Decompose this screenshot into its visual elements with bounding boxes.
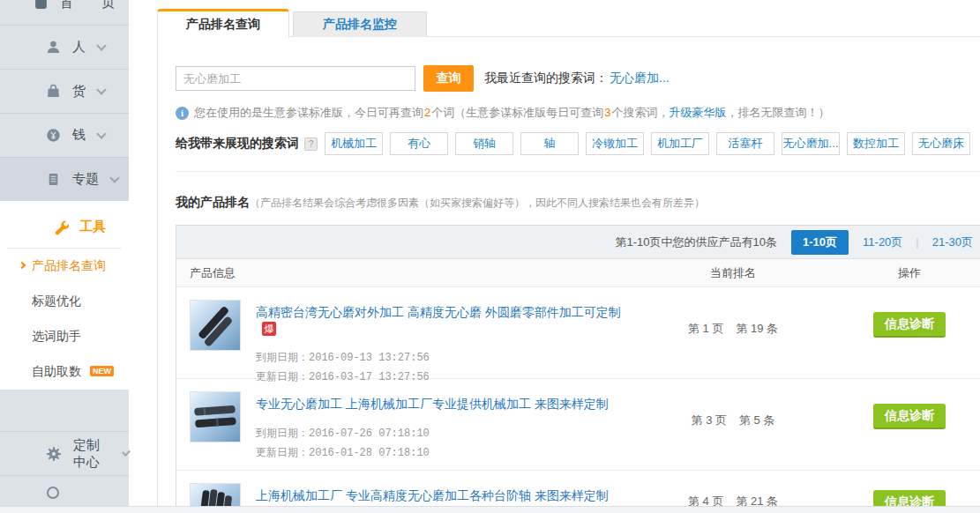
sidebar-item-label: 首 页 bbox=[60, 0, 127, 11]
tools-panel: 工具 产品排名查询 标题优化 选词助手 自助取数 NEW bbox=[0, 201, 129, 390]
keyword-button[interactable]: 无心磨床 bbox=[912, 132, 970, 155]
main-content: 产品排名查询 产品排名监控 查询 我最近查询的搜索词：无心磨加... i 您在使… bbox=[129, 0, 980, 513]
chevron-down-icon bbox=[96, 129, 106, 138]
pagination-bar: 第1-10页中您的供应产品有10条 1-10页 11-20页 | 21-30页 bbox=[176, 226, 980, 259]
update-date: 2016-01-28 07:18:10 bbox=[309, 447, 430, 459]
chevron-right-icon bbox=[19, 262, 26, 269]
keyword-button[interactable]: 机械加工 bbox=[325, 132, 383, 155]
tab-product-rank-query[interactable]: 产品排名查询 bbox=[157, 9, 289, 38]
tab-product-rank-monitor[interactable]: 产品排名监控 bbox=[293, 11, 427, 37]
chevron-down-icon bbox=[109, 173, 119, 182]
ranking-title: 我的产品排名 bbox=[176, 195, 250, 209]
keywords-label: 给我带来展现的搜索词 bbox=[176, 136, 299, 152]
column-product-info: 产品信息 bbox=[176, 265, 627, 281]
notice-text: 您在使用的是生意参谋标准版，今日可再查询2个词（生意参谋标准版每日可查询3个搜索… bbox=[194, 105, 829, 121]
product-title-link[interactable]: 高精密台湾无心磨对外加工 高精度无心磨 外圆磨零部件加工可定制 bbox=[256, 305, 621, 321]
sidebar-item-custom-center[interactable]: 定制中心 bbox=[0, 431, 129, 475]
sidebar-item-label: 货 bbox=[72, 83, 86, 100]
sidebar-item-people[interactable]: 人 bbox=[0, 25, 129, 69]
submenu-label: 产品排名查询 bbox=[32, 258, 106, 272]
search-row: 查询 我最近查询的搜索词：无心磨加... bbox=[176, 65, 980, 92]
bag-icon bbox=[46, 84, 61, 99]
ranking-subtitle: （产品排名结果会综合考虑很多因素（如买家搜索偏好等），因此不同人搜索结果也会有所… bbox=[250, 197, 705, 209]
table-row: 专业无心磨加工 上海机械加工厂专业提供机械加工 来图来样定制 到期日期：2016… bbox=[176, 379, 980, 471]
sidebar-item-goods[interactable]: 货 bbox=[0, 69, 129, 113]
sidebar: 首 页 人 货 钱 专题 工具 bbox=[0, 0, 129, 513]
product-dates: 到期日期：2016-07-26 07:18:10 更新日期：2016-01-28… bbox=[256, 424, 609, 463]
horizontal-scrollbar[interactable] bbox=[0, 506, 980, 513]
sidebar-item-word-helper[interactable]: 选词助手 bbox=[0, 319, 129, 354]
sidebar-item-product-rank-query[interactable]: 产品排名查询 bbox=[0, 249, 129, 284]
new-badge: NEW bbox=[90, 366, 114, 376]
product-image[interactable] bbox=[190, 300, 241, 351]
column-current-rank: 当前排名 bbox=[627, 265, 839, 281]
tools-label: 工具 bbox=[79, 219, 106, 235]
keyword-button[interactable]: 活塞杆 bbox=[716, 132, 774, 155]
person-icon bbox=[46, 40, 61, 55]
recent-label-text: 我最近查询的搜索词： bbox=[484, 71, 608, 85]
document-icon bbox=[46, 172, 61, 187]
expire-date: 2016-09-13 13:27:56 bbox=[309, 352, 430, 364]
search-input[interactable] bbox=[176, 66, 415, 91]
sidebar-item-tools[interactable]: 工具 bbox=[7, 212, 122, 249]
chevron-down-icon bbox=[96, 85, 106, 94]
tab-label: 产品排名监控 bbox=[323, 17, 397, 33]
submenu-label: 自助取数 bbox=[32, 364, 81, 378]
keyword-button[interactable]: 冷镦加工 bbox=[586, 132, 644, 155]
table-header: 产品信息 当前排名 操作 bbox=[176, 259, 980, 287]
help-icon[interactable]: ? bbox=[304, 138, 318, 151]
yuan-coin-icon bbox=[46, 128, 61, 143]
remaining-count: 2 bbox=[423, 106, 431, 119]
page-range-11-20[interactable]: 11-20页 bbox=[863, 234, 902, 250]
keyword-button[interactable]: 无心磨加... bbox=[782, 132, 840, 155]
keyword-button[interactable]: 销轴 bbox=[455, 132, 513, 155]
expire-date: 2016-07-26 07:18:10 bbox=[309, 428, 430, 440]
pagination-summary: 第1-10页中您的供应产品有10条 bbox=[616, 234, 777, 250]
gear-icon bbox=[46, 446, 62, 462]
chevron-down-icon bbox=[96, 41, 106, 50]
circle-icon bbox=[46, 486, 60, 500]
product-image[interactable] bbox=[190, 391, 241, 442]
content-panel: 查询 我最近查询的搜索词：无心磨加... i 您在使用的是生意参谋标准版，今日可… bbox=[157, 36, 980, 513]
keyword-button[interactable]: 有心 bbox=[390, 132, 448, 155]
sidebar-item-self-data[interactable]: 自助取数 NEW bbox=[0, 354, 129, 390]
keyword-button[interactable]: 轴 bbox=[520, 132, 579, 155]
product-title-link[interactable]: 专业无心磨加工 上海机械加工厂专业提供机械加工 来图来样定制 bbox=[256, 397, 609, 413]
hot-badge: 爆 bbox=[262, 322, 276, 336]
product-title-link[interactable]: 上海机械加工厂 专业高精度无心磨加工各种台阶轴 来图来样定制 bbox=[256, 488, 609, 504]
table-row: 高精密台湾无心磨对外加工 高精度无心磨 外圆磨零部件加工可定制 爆 到期日期：2… bbox=[176, 287, 980, 379]
query-button[interactable]: 查询 bbox=[423, 65, 474, 92]
sidebar-item-topics[interactable]: 专题 bbox=[0, 157, 129, 201]
page-range-21-30[interactable]: 21-30页 bbox=[932, 234, 973, 250]
sidebar-item-partial[interactable] bbox=[0, 475, 129, 496]
ranking-section-title: 我的产品排名（产品排名结果会综合考虑很多因素（如买家搜索偏好等），因此不同人搜索… bbox=[176, 195, 980, 211]
keyword-button[interactable]: 机加工厂 bbox=[651, 132, 709, 155]
info-diagnose-button[interactable]: 信息诊断 bbox=[873, 312, 946, 338]
sidebar-spacer bbox=[0, 390, 129, 431]
sidebar-item-title-optimize[interactable]: 标题优化 bbox=[0, 284, 129, 319]
current-rank: 第 1 页第 19 条 bbox=[627, 287, 839, 378]
upgrade-link[interactable]: 升级豪华版 bbox=[669, 106, 726, 119]
recent-search-link[interactable]: 无心磨加... bbox=[610, 71, 670, 85]
info-diagnose-button[interactable]: 信息诊断 bbox=[873, 404, 946, 429]
sidebar-item-label: 人 bbox=[72, 39, 86, 56]
keywords-row: 给我带来展现的搜索词 ? 机械加工 有心 销轴 轴 冷镦加工 机加工厂 活塞杆 … bbox=[176, 132, 980, 171]
sidebar-item-label: 定制中心 bbox=[73, 437, 111, 471]
wrench-icon bbox=[53, 219, 69, 235]
page-range-1-10[interactable]: 1-10页 bbox=[791, 230, 849, 255]
submenu-label: 标题优化 bbox=[32, 294, 81, 308]
sidebar-item-label: 专题 bbox=[72, 171, 99, 188]
current-rank: 第 3 页第 5 条 bbox=[627, 379, 839, 470]
sidebar-item-label: 钱 bbox=[72, 127, 86, 144]
column-operation: 操作 bbox=[839, 265, 980, 281]
ranking-table: 第1-10页中您的供应产品有10条 1-10页 11-20页 | 21-30页 … bbox=[176, 225, 980, 513]
sidebar-item-money[interactable]: 钱 bbox=[0, 113, 129, 157]
pagination-divider: | bbox=[916, 235, 918, 249]
info-icon: i bbox=[176, 107, 189, 120]
quota-notice: i 您在使用的是生意参谋标准版，今日可再查询2个词（生意参谋标准版每日可查询3个… bbox=[176, 105, 980, 121]
tab-label: 产品排名查询 bbox=[186, 17, 260, 33]
recent-search-label: 我最近查询的搜索词：无心磨加... bbox=[484, 71, 670, 86]
submenu-label: 选词助手 bbox=[32, 329, 81, 343]
sidebar-item-home[interactable]: 首 页 bbox=[0, 0, 129, 25]
keyword-button[interactable]: 数控加工 bbox=[847, 132, 905, 155]
